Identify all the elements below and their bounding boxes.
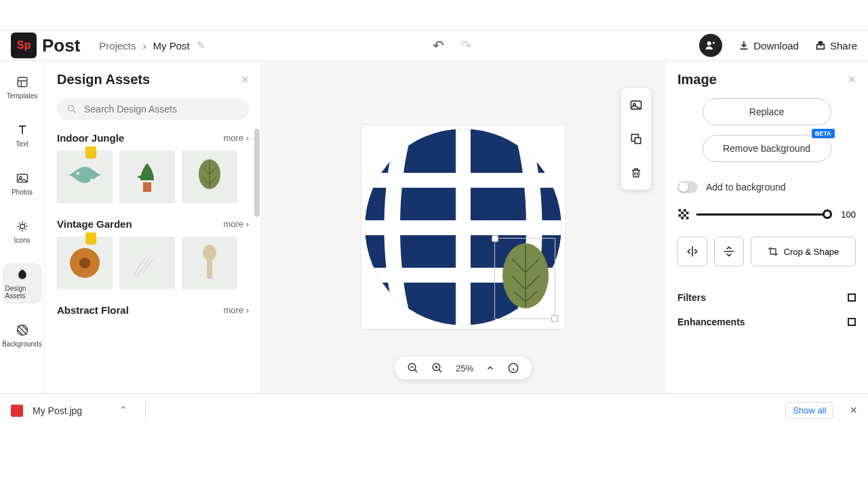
workspace: Templates Text Photos Icons Design Asset…	[0, 61, 868, 393]
category-more-link[interactable]: more ›	[223, 133, 249, 143]
chevron-up-icon[interactable]: ⌃	[119, 404, 127, 417]
breadcrumb-current[interactable]: My Post	[153, 40, 190, 52]
svg-point-9	[90, 179, 93, 182]
close-panel-button[interactable]: ×	[241, 72, 249, 87]
svg-point-8	[77, 172, 79, 175]
icons-icon	[15, 219, 30, 234]
app-name: Post	[42, 35, 80, 56]
edit-name-icon[interactable]: ✎	[197, 39, 205, 52]
selected-leaf-image[interactable]	[494, 238, 555, 319]
download-filename[interactable]: My Post.jpg	[33, 405, 82, 416]
opacity-icon	[677, 208, 690, 220]
category-title: Indoor Jungle	[57, 132, 124, 144]
search-field[interactable]	[57, 98, 249, 120]
zoom-out-button[interactable]	[407, 362, 419, 374]
canvas-tools	[621, 88, 651, 190]
close-download-bar-button[interactable]: ×	[850, 403, 857, 418]
zoom-in-button[interactable]	[431, 362, 443, 374]
rail-design-assets[interactable]: Design Assets	[3, 263, 42, 304]
panel-scrollbar[interactable]	[254, 129, 260, 217]
category-thumbs	[57, 150, 249, 203]
svg-point-13	[79, 258, 90, 268]
asset-thumb[interactable]	[57, 237, 113, 289]
rail-templates[interactable]: Templates	[3, 70, 42, 104]
premium-badge-icon	[85, 146, 96, 159]
breadcrumb-root[interactable]: Projects	[99, 40, 136, 52]
share-label: Share	[830, 40, 857, 52]
add-to-background-label: Add to background	[706, 182, 786, 192]
panel-title: Image	[677, 72, 717, 87]
crop-shape-button[interactable]: Crop & Shape	[751, 237, 856, 266]
replace-button[interactable]: Replace	[703, 98, 831, 125]
rail-icons[interactable]: Icons	[3, 215, 42, 248]
enhancements-section[interactable]: Enhancements	[677, 310, 856, 334]
svg-rect-36	[681, 217, 684, 220]
show-all-button[interactable]: Show all	[785, 402, 833, 419]
filters-section[interactable]: Filters	[677, 285, 856, 310]
invite-avatar-button[interactable]	[699, 34, 722, 57]
category-thumbs	[57, 237, 249, 289]
photos-icon	[15, 171, 30, 186]
undo-button[interactable]: ↶	[433, 37, 444, 54]
add-to-background-toggle[interactable]	[677, 181, 698, 193]
canvas-area[interactable]: 25%	[262, 61, 665, 393]
asset-thumb[interactable]	[57, 150, 113, 203]
rail-photos[interactable]: Photos	[3, 167, 42, 200]
close-panel-button[interactable]: ×	[848, 72, 856, 87]
svg-rect-21	[456, 125, 471, 329]
svg-rect-37	[686, 217, 689, 220]
opacity-value: 100	[837, 209, 856, 220]
svg-rect-2	[18, 77, 26, 86]
download-bar: My Post.jpg ⌃ Show all ×	[0, 393, 868, 427]
search-input[interactable]	[84, 104, 239, 115]
asset-thumb[interactable]	[182, 150, 237, 203]
category-title: Abstract Floral	[57, 304, 129, 316]
backgrounds-icon	[15, 323, 30, 338]
asset-thumb[interactable]	[119, 150, 175, 203]
duplicate-button[interactable]	[621, 122, 651, 156]
share-button[interactable]: Share	[815, 40, 857, 52]
svg-rect-33	[686, 211, 689, 214]
canvas[interactable]	[361, 125, 565, 329]
svg-rect-26	[635, 138, 640, 143]
svg-point-5	[20, 224, 24, 229]
flip-vertical-button[interactable]	[714, 237, 744, 266]
flip-horizontal-button[interactable]	[677, 237, 707, 266]
svg-rect-30	[679, 209, 682, 212]
expand-icon	[848, 318, 856, 326]
svg-rect-31	[684, 209, 686, 212]
zoom-expand-button[interactable]	[486, 363, 495, 373]
search-icon	[66, 104, 77, 115]
app-logo[interactable]: Sp	[11, 33, 37, 58]
rail-text[interactable]: Text	[3, 119, 42, 152]
svg-point-7	[68, 106, 74, 111]
redo-button[interactable]: ↷	[460, 37, 472, 54]
panel-title: Design Assets	[57, 72, 150, 87]
download-button[interactable]: Download	[738, 40, 799, 52]
design-assets-icon	[15, 267, 30, 282]
remove-background-button[interactable]: Remove background BETA	[703, 135, 831, 162]
asset-thumb[interactable]	[182, 237, 237, 289]
rail-backgrounds[interactable]: Backgrounds	[3, 319, 42, 352]
file-icon	[11, 405, 23, 417]
text-icon	[15, 123, 30, 138]
crop-icon	[768, 246, 778, 257]
zoom-level: 25%	[456, 363, 473, 373]
category-more-link[interactable]: more ›	[223, 305, 249, 315]
add-image-button[interactable]	[621, 88, 651, 122]
delete-button[interactable]	[621, 156, 651, 190]
info-button[interactable]	[507, 362, 519, 374]
svg-point-14	[203, 245, 216, 261]
asset-thumb[interactable]	[119, 237, 175, 289]
category-title: Vintage Garden	[57, 218, 132, 230]
svg-rect-10	[143, 182, 151, 192]
chevron-right-icon: ›	[143, 40, 146, 52]
premium-badge-icon	[85, 232, 96, 245]
opacity-slider[interactable]	[696, 214, 830, 216]
templates-icon	[15, 75, 30, 89]
svg-point-1	[713, 42, 715, 44]
zoom-bar: 25%	[395, 357, 532, 380]
svg-rect-35	[684, 214, 686, 217]
category-more-link[interactable]: more ›	[223, 219, 249, 229]
svg-point-0	[707, 41, 711, 45]
